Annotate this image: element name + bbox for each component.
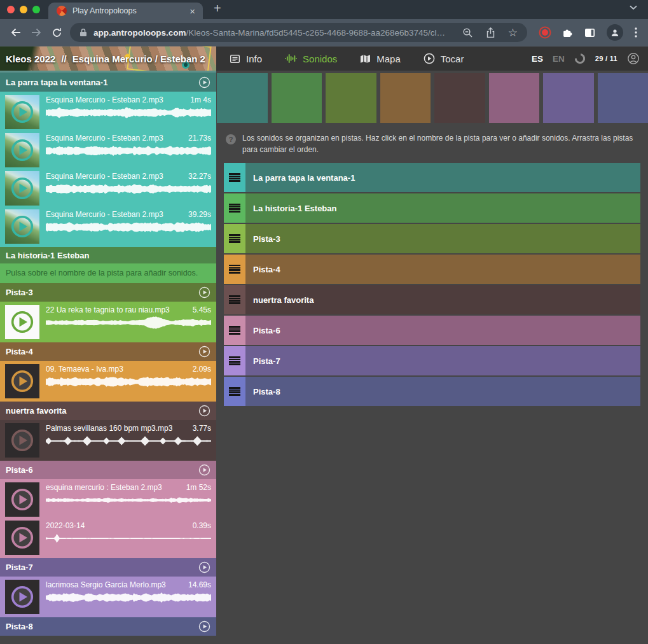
tab-close-icon[interactable]: × xyxy=(186,6,199,16)
track-row[interactable]: La parra tapa la ventana-1 xyxy=(224,163,640,192)
track-color-swatch[interactable] xyxy=(326,73,376,123)
clip-play-button[interactable] xyxy=(5,209,39,244)
play-track-icon[interactable] xyxy=(198,346,210,358)
track-color-swatch[interactable] xyxy=(543,73,594,123)
track-header[interactable]: Pista-6 xyxy=(0,461,216,479)
clip-list: esquina mercurio : Esteban 2.mp31m 52s20… xyxy=(0,479,216,558)
track-row[interactable]: Pista-6 xyxy=(224,316,640,345)
audio-clip[interactable]: Esquina Mercurio - Esteban 2.mp31m 4s xyxy=(0,92,216,130)
track-section: Pista-8 xyxy=(0,617,216,636)
tab-search-chevron-icon[interactable] xyxy=(630,5,648,10)
side-panel-icon[interactable] xyxy=(584,28,595,38)
drag-handle[interactable] xyxy=(224,224,245,253)
drag-handle[interactable] xyxy=(224,346,245,375)
audio-clip[interactable]: Esquina Mercurio - Esteban 2.mp339.29s xyxy=(0,206,216,244)
tracks-sidebar: La parra tapa la ventana-1Esquina Mercur… xyxy=(0,71,216,644)
bookmark-star-icon[interactable]: ☆ xyxy=(508,27,518,38)
clip-play-button[interactable] xyxy=(5,95,39,129)
clip-filename: lacrimosa Sergio García Merlo.mp3 xyxy=(46,580,166,589)
track-header[interactable]: La historia-1 Esteban xyxy=(0,247,216,263)
track-header[interactable]: Pista-3 xyxy=(0,283,216,302)
play-track-icon[interactable] xyxy=(198,405,210,417)
play-track-icon[interactable] xyxy=(198,286,210,298)
project-banner[interactable]: Kleos 2022 // Esquina Mercurio / Esteban… xyxy=(0,46,216,71)
track-header[interactable]: nuertra favorita xyxy=(0,402,216,420)
new-tab-button[interactable]: + xyxy=(203,2,221,15)
drag-handle[interactable] xyxy=(224,316,245,345)
clip-filename: Esquina Mercurio - Esteban 2.mp3 xyxy=(46,95,163,104)
audio-clip[interactable]: Palmas sevillanas 160 bpm mp3.mp33.77s xyxy=(0,420,216,458)
track-row[interactable]: Pista-4 xyxy=(224,255,640,284)
track-color-swatch[interactable] xyxy=(380,73,431,123)
play-track-icon[interactable] xyxy=(198,620,210,633)
drag-handle[interactable] xyxy=(224,193,245,223)
back-button[interactable] xyxy=(6,22,26,43)
track-hint: Pulsa sobre el nombre de la pista para a… xyxy=(0,263,216,283)
tab-sonidos[interactable]: Sonidos xyxy=(285,53,337,64)
audio-clip[interactable]: lacrimosa Sergio García Merlo.mp314.69s xyxy=(0,577,216,615)
track-color-swatch[interactable] xyxy=(272,73,322,123)
clip-list: 09. Temaeva - Iva.mp32.09s xyxy=(0,361,216,402)
clip-play-button[interactable] xyxy=(5,482,39,517)
play-track-icon[interactable] xyxy=(198,464,210,476)
track-row-label: Pista-7 xyxy=(253,356,280,366)
clip-play-button[interactable] xyxy=(5,364,39,398)
audio-clip[interactable]: Esquina Mercurio - Esteban 2.mp321.73s xyxy=(0,130,216,168)
track-row[interactable]: La historia-1 Esteban xyxy=(224,193,640,223)
audio-clip[interactable]: Esquina Mercurio - Esteban 2.mp332.27s xyxy=(0,168,216,206)
tab-tocar[interactable]: Tocar xyxy=(424,53,464,64)
clip-play-button[interactable] xyxy=(5,171,39,206)
clip-play-button[interactable] xyxy=(5,580,39,614)
language-es-button[interactable]: ES xyxy=(532,54,543,64)
clip-duration: 2.09s xyxy=(193,365,211,374)
audio-clip[interactable]: 2022-03-140.39s xyxy=(0,517,216,556)
audio-clip[interactable]: 09. Temaeva - Iva.mp32.09s xyxy=(0,361,216,399)
nav-label: Info xyxy=(246,53,262,64)
clip-play-button[interactable] xyxy=(5,521,39,555)
audio-clip[interactable]: 22 Ua reka te tagnia to rau niau.mp35.45… xyxy=(0,302,216,340)
track-name: Pista-4 xyxy=(6,347,33,356)
drag-handle[interactable] xyxy=(224,377,245,406)
track-row[interactable]: Pista-3 xyxy=(224,224,640,253)
browser-tab[interactable]: Play Antropoloops × xyxy=(48,3,203,19)
account-icon[interactable] xyxy=(627,52,640,65)
track-header[interactable]: Pista-8 xyxy=(0,617,216,636)
track-row[interactable]: nuertra favorita xyxy=(224,285,640,314)
track-color-swatch[interactable] xyxy=(598,73,648,123)
track-row[interactable]: Pista-7 xyxy=(224,346,640,375)
window-maximize-button[interactable] xyxy=(32,6,40,13)
track-header[interactable]: Pista-7 xyxy=(0,558,216,577)
window-minimize-button[interactable] xyxy=(20,6,27,13)
clip-waveform xyxy=(46,143,211,158)
clip-play-button[interactable] xyxy=(5,423,39,458)
tab-mapa[interactable]: Mapa xyxy=(360,53,401,64)
profile-avatar[interactable] xyxy=(607,24,623,41)
track-header[interactable]: La parra tapa la ventana-1 xyxy=(0,71,216,92)
drag-handle[interactable] xyxy=(224,163,245,192)
map-icon xyxy=(360,54,371,64)
track-header[interactable]: Pista-4 xyxy=(0,342,216,361)
play-track-icon[interactable] xyxy=(198,76,210,88)
language-en-button[interactable]: EN xyxy=(553,54,565,64)
extensions-puzzle-icon[interactable] xyxy=(562,27,573,38)
track-color-swatch[interactable] xyxy=(434,73,485,123)
nav-label: Mapa xyxy=(376,53,401,64)
zoom-out-icon[interactable] xyxy=(462,27,473,38)
audio-clip[interactable]: esquina mercurio : Esteban 2.mp31m 52s xyxy=(0,479,216,517)
clip-play-button[interactable] xyxy=(5,305,39,339)
tab-info[interactable]: Info xyxy=(230,53,262,64)
drag-handle[interactable] xyxy=(224,285,245,314)
track-row[interactable]: Pista-8 xyxy=(224,377,640,406)
share-icon[interactable] xyxy=(486,27,495,38)
track-color-swatch[interactable] xyxy=(489,73,540,123)
drag-handle[interactable] xyxy=(224,255,245,284)
window-close-button[interactable] xyxy=(7,6,15,13)
url-bar[interactable]: app.antropoloops.com/Kleos-Santa-Marina/… xyxy=(70,23,527,42)
track-color-swatch[interactable] xyxy=(217,73,268,123)
recording-indicator-icon[interactable] xyxy=(542,29,548,36)
play-track-icon[interactable] xyxy=(198,561,210,573)
clip-play-button[interactable] xyxy=(5,133,39,167)
forward-button[interactable] xyxy=(26,22,46,43)
browser-menu-icon[interactable] xyxy=(635,27,637,38)
reload-button[interactable] xyxy=(46,22,67,43)
